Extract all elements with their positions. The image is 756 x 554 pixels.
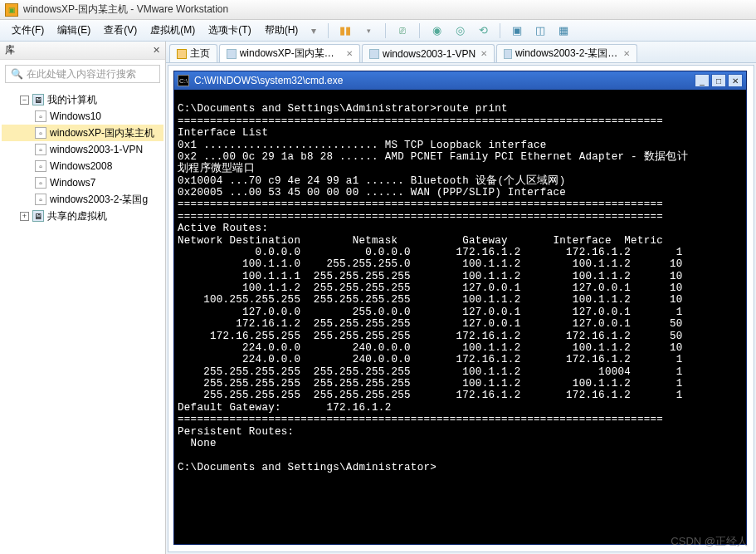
shared-icon: 🖥 (32, 210, 44, 222)
vm-icon: ▫ (35, 110, 46, 122)
maximize-icon[interactable]: □ (711, 74, 726, 87)
tab-label: windows2003-1-VPN (383, 48, 476, 60)
tree-vm-item[interactable]: ▫Windows10 (2, 108, 163, 125)
sidebar-header: 库 ✕ (0, 42, 165, 60)
tree-label: Windows2008 (50, 160, 112, 172)
tab-close-icon[interactable]: ✕ (480, 49, 487, 58)
menu-vm[interactable]: 虚拟机(M) (144, 21, 202, 40)
menubar: 文件(F) 编辑(E) 查看(V) 虚拟机(M) 选项卡(T) 帮助(H) ▾ … (0, 20, 756, 42)
tree-vm-item[interactable]: ▫Windows2008 (2, 158, 163, 174)
vm-icon (227, 49, 237, 59)
vm-icon: ▫ (35, 194, 46, 205)
tab-vm[interactable]: windows2003-1-VPN✕ (362, 44, 495, 62)
tree-label: Windows10 (50, 110, 101, 122)
snapshot-icon[interactable]: ◉ (428, 22, 445, 39)
sidebar-title: 库 (5, 43, 15, 57)
cmd-window: C:\ C:\WINDOWS\system32\cmd.exe _ □ ✕ C:… (173, 71, 747, 545)
tree-label: windowsXP-国内某主机 (50, 126, 154, 140)
tree-label: windows2003-1-VPN (50, 144, 143, 155)
app-icon: ▣ (5, 3, 18, 17)
library-tree: − 🖥 我的计算机 ▫Windows10▫windowsXP-国内某主机▫win… (0, 88, 165, 228)
vm-icon: ▫ (35, 144, 46, 155)
vm-icon (369, 49, 379, 59)
menu-dropdown-icon[interactable]: ▾ (305, 22, 323, 39)
search-icon: 🔍 (11, 68, 23, 80)
cmd-title-text: C:\WINDOWS\system32\cmd.exe (194, 75, 343, 86)
watermark: CSDN @正经人 (671, 534, 748, 549)
separator (385, 23, 386, 38)
cmd-icon: C:\ (178, 75, 189, 86)
tab-bar: 主页 windowsXP-国内某主机✕windows2003-1-VPN✕win… (166, 42, 756, 63)
vm-console[interactable]: C:\ C:\WINDOWS\system32\cmd.exe _ □ ✕ C:… (168, 65, 754, 552)
tree-label: Windows7 (50, 177, 95, 189)
sidebar-close-icon[interactable]: ✕ (153, 45, 160, 56)
tree-label: 共享的虚拟机 (47, 209, 107, 223)
tab-label: 主页 (190, 47, 210, 61)
separator (328, 23, 329, 38)
separator (419, 23, 420, 38)
tab-vm[interactable]: windowsXP-国内某主机✕ (219, 44, 360, 62)
tree-my-computer[interactable]: − 🖥 我的计算机 (2, 91, 163, 108)
search-input[interactable]: 🔍 在此处键入内容进行搜索 (5, 65, 160, 83)
vm-icon: ▫ (35, 177, 46, 189)
close-icon[interactable]: ✕ (728, 74, 743, 87)
tab-vm[interactable]: windows2003-2-某国google...✕ (496, 44, 637, 62)
menu-help[interactable]: 帮助(H) (258, 21, 305, 40)
sidebar: 库 ✕ 🔍 在此处键入内容进行搜索 − 🖥 我的计算机 ▫Windows10▫w… (0, 42, 166, 554)
home-icon (177, 49, 187, 59)
tree-label: windows2003-2-某国g (50, 193, 148, 207)
tab-label: windowsXP-国内某主机 (240, 47, 341, 61)
unity-icon[interactable]: ◫ (532, 22, 549, 39)
thumbnail-icon[interactable]: ▦ (555, 22, 572, 39)
menu-edit[interactable]: 编辑(E) (51, 21, 97, 40)
tree-label: 我的计算机 (47, 93, 97, 107)
tree-vm-item[interactable]: ▫Windows7 (2, 174, 163, 191)
vm-icon: ▫ (35, 127, 46, 139)
send-keys-icon[interactable]: ⎚ (394, 22, 411, 39)
collapse-icon[interactable]: − (20, 96, 29, 105)
separator (500, 23, 500, 38)
menu-view[interactable]: 查看(V) (97, 21, 144, 40)
menu-file[interactable]: 文件(F) (5, 21, 51, 40)
snapshot-manage-icon[interactable]: ◎ (451, 22, 468, 39)
revert-icon[interactable]: ⟲ (475, 22, 491, 39)
tab-label: windows2003-2-某国google... (515, 47, 618, 61)
vm-icon (504, 49, 512, 59)
toolbar-dropdown-icon[interactable]: ▾ (360, 22, 377, 39)
main-area: 主页 windowsXP-国内某主机✕windows2003-1-VPN✕win… (166, 42, 756, 554)
fullscreen-icon[interactable]: ▣ (509, 22, 525, 39)
tree-vm-item[interactable]: ▫windowsXP-国内某主机 (2, 125, 163, 141)
tree-vm-item[interactable]: ▫windows2003-2-某国g (2, 191, 163, 208)
search-placeholder: 在此处键入内容进行搜索 (27, 67, 136, 81)
tab-close-icon[interactable]: ✕ (346, 49, 353, 58)
cmd-output[interactable]: C:\Documents and Settings\Administrator>… (174, 90, 746, 544)
menu-tabs[interactable]: 选项卡(T) (202, 21, 257, 40)
tree-shared[interactable]: + 🖥 共享的虚拟机 (2, 208, 163, 224)
vm-icon: ▫ (35, 160, 46, 172)
tab-close-icon[interactable]: ✕ (623, 49, 630, 58)
computer-icon: 🖥 (32, 94, 44, 105)
tab-home[interactable]: 主页 (169, 44, 217, 62)
cmd-titlebar[interactable]: C:\ C:\WINDOWS\system32\cmd.exe _ □ ✕ (174, 71, 746, 90)
tree-vm-item[interactable]: ▫windows2003-1-VPN (2, 141, 163, 158)
window-titlebar: ▣ windowsXP-国内某主机 - VMware Workstation (0, 0, 756, 20)
expand-icon[interactable]: + (20, 212, 29, 221)
minimize-icon[interactable]: _ (695, 74, 710, 87)
pause-icon[interactable]: ▮▮ (337, 22, 354, 39)
window-title: windowsXP-国内某主机 - VMware Workstation (23, 2, 228, 17)
